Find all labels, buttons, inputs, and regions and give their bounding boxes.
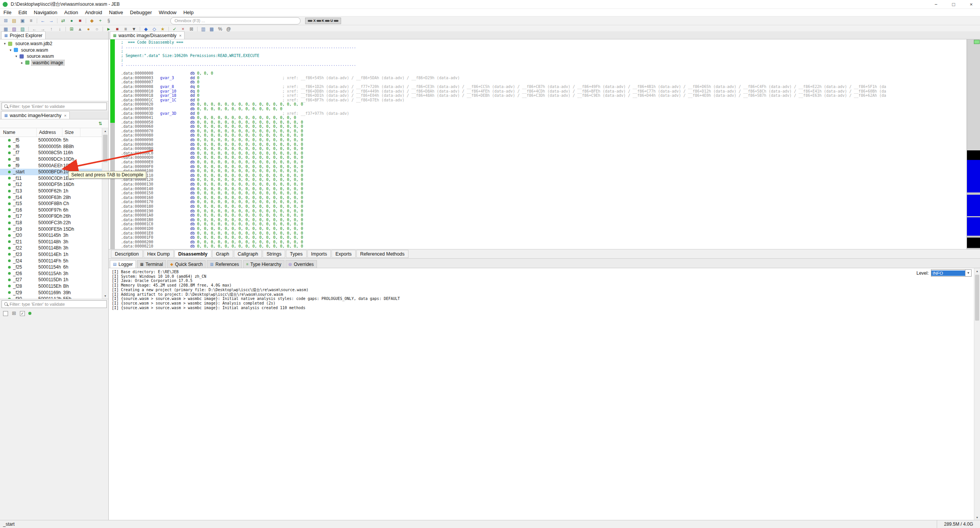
function-row[interactable]: _f1250000DF5h16Dh (0, 181, 108, 188)
option-checkbox-checked[interactable]: ✓ (20, 311, 25, 316)
code-line[interactable]: .data:00000008 gvar_8 dq 0 ; xref: __f86… (121, 85, 966, 89)
code-line[interactable]: .data:00000200 db 0, 0, 0, 0, 0, 0, 0, 0… (121, 240, 966, 244)
function-row[interactable]: _f275000115Dh1h (0, 277, 108, 283)
tree-item-source-wasm[interactable]: ▾source.wasm (0, 47, 108, 54)
ruler-top-button[interactable] (974, 40, 980, 44)
menu-item-edit[interactable]: Edit (15, 10, 30, 15)
function-row[interactable]: _f285000115EhBh (0, 283, 108, 290)
code-line[interactable]: .data:00000130 db 0, 0, 0, 0, 0, 0, 0, 0… (121, 182, 966, 187)
tab-project-explorer[interactable]: ▦ Project Explorer (1, 31, 46, 39)
view-tab-disassembly[interactable]: Disassembly (175, 250, 211, 258)
function-row[interactable]: _f30500011A2h5Eh (0, 296, 108, 299)
code-line[interactable]: .data:00000210 db 0, 0, 0, 0, 0, 0, 0, 0… (121, 244, 966, 249)
hierarchy-filter-input[interactable] (2, 300, 107, 308)
code-line[interactable]: .data:000001F0 db 0, 0, 0, 0, 0, 0, 0, 0… (121, 235, 966, 240)
code-line[interactable]: .data:00000007 db 0 (121, 80, 966, 85)
view-tab-strings[interactable]: Strings (263, 250, 285, 258)
code-line[interactable]: .data:000001C0 db 0, 0, 0, 0, 0, 0, 0, 0… (121, 222, 966, 227)
menu-item-debugger[interactable]: Debugger (127, 10, 155, 15)
option-checkbox-unchecked[interactable] (3, 311, 8, 316)
function-row[interactable]: _f235000114Eh1h (0, 251, 108, 258)
function-row[interactable]: _f2150001148h3h (0, 239, 108, 245)
disassembly-code[interactable]: ; === Code Disassembly ===; ............… (121, 40, 966, 249)
code-line[interactable]: .data:00000018 gvar_18 dd 0 ; xref: __f8… (121, 93, 966, 98)
code-line[interactable]: .data:000000C0 db 0, 0, 0, 0, 0, 0, 0, 0… (121, 151, 966, 156)
sort-icon[interactable]: ⇅ (98, 121, 102, 126)
save-project-icon[interactable]: ▣ (19, 18, 26, 24)
function-row[interactable]: _f1350000F62h1h (0, 188, 108, 194)
view-tab-exports[interactable]: Exports (332, 250, 355, 258)
code-line[interactable]: ; ......................................… (121, 45, 966, 49)
close-icon[interactable]: × (179, 33, 181, 38)
code-line[interactable]: ; ......................................… (121, 62, 966, 67)
code-line[interactable]: .data:00000120 db 0, 0, 0, 0, 0, 0, 0, 0… (121, 178, 966, 182)
code-line[interactable]: .data:000001B0 db 0, 0, 0, 0, 0, 0, 0, 0… (121, 218, 966, 222)
maximize-button[interactable]: □ (945, 0, 962, 8)
code-line[interactable]: ; === Code Disassembly === (121, 40, 966, 45)
code-line[interactable]: .data:00000020 db 0, 0, 0, 0, 0, 0, 0, 0… (121, 102, 966, 107)
disassembly-view[interactable]: ; === Code Disassembly ===; ............… (109, 39, 980, 249)
expand-arrow-icon[interactable]: ▸ (20, 61, 24, 65)
code-line[interactable]: .data:000001A0 db 0, 0, 0, 0, 0, 0, 0, 0… (121, 213, 966, 218)
tab-overrides[interactable]: ◎Overrides (286, 260, 317, 268)
menu-item-native[interactable]: Native (106, 10, 127, 15)
function-row[interactable]: _f550000000h5h (0, 137, 108, 143)
collapse-arrow-icon[interactable]: ▾ (2, 42, 7, 46)
scroll-down-icon[interactable]: ▼ (974, 515, 980, 520)
tree-item-source-wasm[interactable]: ▾source.wasm (0, 53, 108, 60)
menu-item-file[interactable]: File (0, 10, 15, 15)
tree-item-source-wasm-jdb2[interactable]: ▾source.wasm.jdb2 (0, 41, 108, 47)
code-line[interactable]: .data:00000003 gvar_3 dd 0 ; xref: __f86… (121, 76, 966, 80)
open-project-icon[interactable]: ▤ (10, 18, 18, 24)
navigate-forward-icon[interactable]: → (47, 18, 55, 24)
omnibox-input[interactable] (170, 17, 301, 24)
scroll-up-icon[interactable]: ▲ (974, 268, 980, 274)
tab-terminal[interactable]: ▦Terminal (137, 260, 166, 268)
function-row[interactable]: _f245000114Fh5h (0, 257, 108, 264)
code-line[interactable]: .data:000000B0 db 0, 0, 0, 0, 0, 0, 0, 0… (121, 147, 966, 151)
close-icon[interactable]: × (64, 113, 66, 118)
log-output[interactable]: [I] Base directory: E:\RE\JEB[I] System:… (112, 270, 972, 310)
code-line[interactable]: .data:00000030 db 0, 0, 0, 0, 0, 0, 0, 0… (121, 107, 966, 111)
code-line[interactable]: ; (121, 49, 966, 54)
code-line[interactable]: .data:00000070 db 0, 0, 0, 0, 0, 0, 0, 0… (121, 129, 966, 134)
tab-quick-search[interactable]: ◆Quick Search (167, 260, 206, 268)
menu-item-action[interactable]: Action (61, 10, 82, 15)
logger-scrollbar[interactable]: ▲ ▼ (974, 268, 980, 520)
scroll-thumb[interactable] (103, 135, 108, 162)
menu-item-help[interactable]: Help (180, 10, 197, 15)
hierarchy-scrollbar[interactable]: ▲ ▼ (102, 128, 108, 299)
code-line[interactable]: .data:00000000 db 0, 0, 0 (121, 71, 966, 76)
tab-logger[interactable]: ▤Logger (110, 260, 136, 268)
code-line[interactable]: .data:000000E0 db 0, 0, 0, 0, 0, 0, 0, 0… (121, 160, 966, 165)
code-line[interactable]: .data:00000190 db 0, 0, 0, 0, 0, 0, 0, 0… (121, 209, 966, 213)
code-line[interactable]: .data:00000150 db 0, 0, 0, 0, 0, 0, 0, 0… (121, 191, 966, 196)
view-tab-callgraph[interactable]: Callgraph (234, 250, 262, 258)
level-dropdown[interactable]: INFO ▼ (931, 269, 972, 277)
code-line[interactable]: .data:00000140 db 0, 0, 0, 0, 0, 0, 0, 0… (121, 187, 966, 191)
function-row[interactable]: _f650000005h8B8h (0, 143, 108, 150)
function-row[interactable]: _f8500009DCh10Dh (0, 156, 108, 163)
workspace-icon[interactable]: ⊞ (2, 18, 10, 24)
column-header-name[interactable]: Name (0, 128, 37, 137)
menu-item-android[interactable]: Android (82, 10, 106, 15)
tree-item-wasmbc-image[interactable]: ▸wasmbc image (0, 60, 108, 66)
code-line[interactable]: .data:000001E0 db 0, 0, 0, 0, 0, 0, 0, 0… (121, 231, 966, 236)
code-line[interactable]: .data:00000060 db 0, 0, 0, 0, 0, 0, 0, 0… (121, 124, 966, 129)
overview-ruler[interactable] (967, 39, 980, 249)
code-line[interactable]: .data:00000010 gvar_10 dq 0 ; xref: __f8… (121, 89, 966, 94)
tag-icon[interactable]: ◆ (88, 18, 96, 24)
code-line[interactable]: .data:00000080 db 0, 0, 0, 0, 0, 0, 0, 0… (121, 133, 966, 138)
function-row[interactable]: _f2550001154h6h (0, 264, 108, 271)
save-all-icon[interactable]: ≡ (27, 18, 35, 24)
code-line[interactable]: .data:00000170 db 0, 0, 0, 0, 0, 0, 0, 0… (121, 200, 966, 204)
view-tab-description[interactable]: Description (111, 250, 143, 258)
navigate-back-icon[interactable]: ← (39, 18, 47, 24)
function-row[interactable]: _f265000115Ah3h (0, 270, 108, 277)
add-comment-icon[interactable]: + (96, 18, 104, 24)
code-line[interactable]: .data:000000A0 db 0, 0, 0, 0, 0, 0, 0, 0… (121, 142, 966, 147)
code-line[interactable]: .data:00000160 db 0, 0, 0, 0, 0, 0, 0, 0… (121, 196, 966, 200)
function-row[interactable]: _f1550000F8BhCh (0, 200, 108, 207)
close-button[interactable]: × (962, 0, 980, 8)
function-row[interactable]: _f2050001145h3h (0, 232, 108, 239)
